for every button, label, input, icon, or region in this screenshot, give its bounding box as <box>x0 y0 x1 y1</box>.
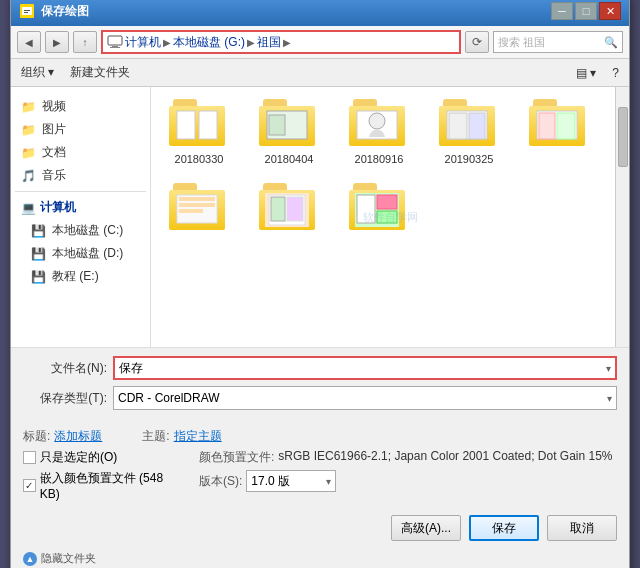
folder-item-1[interactable]: 20180404 <box>249 95 329 169</box>
video-icon: 📁 <box>21 100 36 114</box>
back-button[interactable]: ◀ <box>17 31 41 53</box>
version-dropdown-arrow[interactable]: ▾ <box>326 476 331 487</box>
folder-item-0[interactable]: 20180330 <box>159 95 239 169</box>
address-bar: ◀ ▶ ↑ 计算机 ▶ 本地磁盘 (G:) ▶ 祖国 ▶ <box>11 26 629 59</box>
only-selected-checkbox[interactable] <box>23 451 36 464</box>
version-label: 版本(S): <box>199 473 242 490</box>
title-bar-left: 保存绘图 <box>19 3 89 20</box>
save-button[interactable]: 保存 <box>469 515 539 541</box>
view-button[interactable]: ▤ ▾ <box>572 64 600 82</box>
folder-content-6 <box>265 193 309 227</box>
svg-rect-2 <box>24 10 30 11</box>
theme-row: 主题: 指定主题 <box>142 428 221 445</box>
main-area: 📁 视频 📁 图片 📁 文档 🎵 音乐 💻 计算机 💾 本 <box>11 87 629 347</box>
pictures-icon: 📁 <box>21 123 36 137</box>
folder-content-7 <box>355 193 399 227</box>
expand-icon[interactable]: ▲ <box>23 552 37 566</box>
folder-thumb-7 <box>349 183 409 235</box>
bc-folder[interactable]: 祖国 ▶ <box>257 34 291 51</box>
filetype-label: 保存类型(T): <box>23 390 113 407</box>
folder-thumb-2 <box>349 99 409 151</box>
sidebar-item-documents[interactable]: 📁 文档 <box>15 141 146 164</box>
filename-row: 文件名(N): 保存 ▾ <box>23 356 617 380</box>
minimize-button[interactable]: ─ <box>551 2 573 20</box>
advanced-button[interactable]: 高级(A)... <box>391 515 461 541</box>
sidebar-drive-c[interactable]: 💾 本地磁盘 (C:) <box>15 219 146 242</box>
filename-input[interactable]: 保存 ▾ <box>113 356 617 380</box>
hide-folders-label[interactable]: 隐藏文件夹 <box>41 551 96 566</box>
file-area-container: 20180330 20180404 <box>151 87 629 347</box>
file-area: 20180330 20180404 <box>151 87 615 347</box>
close-button[interactable]: ✕ <box>599 2 621 20</box>
folder-content-2 <box>355 109 399 143</box>
folder6-label: · <box>287 237 290 249</box>
folder-item-5[interactable]: · <box>159 179 239 253</box>
title-bar: 保存绘图 ─ □ ✕ <box>11 0 629 26</box>
svg-rect-17 <box>539 113 555 139</box>
svg-rect-10 <box>269 115 285 135</box>
svg-rect-28 <box>357 195 375 223</box>
folder-item-3[interactable]: 20190325 <box>429 95 509 169</box>
sidebar-item-pictures[interactable]: 📁 图片 <box>15 118 146 141</box>
svg-rect-6 <box>110 47 120 48</box>
title-buttons: ─ □ ✕ <box>551 2 621 20</box>
folder-item-4[interactable]: · <box>519 95 599 169</box>
embed-color-checkbox[interactable]: ✓ <box>23 479 36 492</box>
svg-rect-25 <box>271 197 285 221</box>
version-select[interactable]: 17.0 版 ▾ <box>246 470 336 492</box>
buttons-row: 高级(A)... 保存 取消 <box>11 509 629 547</box>
search-box[interactable]: 搜索 祖国 🔍 <box>493 31 623 53</box>
metadata-section: 标题: 添加标题 主题: 指定主题 只是选定的(O) ✓ 嵌入颜色预置文件 (5… <box>11 424 629 509</box>
svg-rect-30 <box>377 211 397 223</box>
folder-content-1 <box>265 109 309 143</box>
music-icon: 🎵 <box>21 169 36 183</box>
search-placeholder: 搜索 祖国 <box>498 35 600 50</box>
folder-thumb-5 <box>169 183 229 235</box>
filename-dropdown-arrow[interactable]: ▾ <box>606 363 611 374</box>
filetype-select[interactable]: CDR - CorelDRAW ▾ <box>113 386 617 410</box>
forward-button[interactable]: ▶ <box>45 31 69 53</box>
sidebar-drive-d[interactable]: 💾 本地磁盘 (D:) <box>15 242 146 265</box>
svg-rect-7 <box>177 111 195 139</box>
refresh-button[interactable]: ⟳ <box>465 31 489 53</box>
maximize-button[interactable]: □ <box>575 2 597 20</box>
breadcrumb[interactable]: 计算机 ▶ 本地磁盘 (G:) ▶ 祖国 ▶ <box>101 30 461 54</box>
new-folder-button[interactable]: 新建文件夹 <box>66 62 134 83</box>
bc-drive[interactable]: 本地磁盘 (G:) ▶ <box>173 34 255 51</box>
up-button[interactable]: ↑ <box>73 31 97 53</box>
sidebar: 📁 视频 📁 图片 📁 文档 🎵 音乐 💻 计算机 💾 本 <box>11 87 151 347</box>
folder-content-5 <box>175 193 219 227</box>
scroll-thumb[interactable] <box>618 107 628 167</box>
tag-value[interactable]: 添加标题 <box>54 428 102 445</box>
filetype-dropdown-arrow[interactable]: ▾ <box>607 393 612 404</box>
computer-icon <box>107 34 123 50</box>
folder-item-6[interactable]: · <box>249 179 329 253</box>
footer-row: ▲ 隐藏文件夹 <box>11 547 629 568</box>
sidebar-computer[interactable]: 💻 计算机 <box>15 196 146 219</box>
dialog-icon <box>19 3 35 19</box>
bc-computer[interactable]: 计算机 ▶ <box>125 34 171 51</box>
folder-thumb-6 <box>259 183 319 235</box>
help-button[interactable]: ? <box>608 64 623 82</box>
color-preset-value: sRGB IEC61966-2.1; Japan Color 2001 Coat… <box>278 449 612 463</box>
theme-label: 主题: <box>142 428 169 445</box>
scrollbar[interactable] <box>615 87 629 347</box>
folder-content-4 <box>535 109 579 143</box>
folder-content-0 <box>175 109 219 143</box>
color-info-col: 颜色预置文件: sRGB IEC61966-2.1; Japan Color 2… <box>199 449 617 505</box>
folder-item-7[interactable]: · <box>339 179 419 253</box>
drive-e-icon: 💾 <box>31 270 46 284</box>
cancel-button[interactable]: 取消 <box>547 515 617 541</box>
sidebar-drive-e[interactable]: 💾 教程 (E:) <box>15 265 146 288</box>
color-preset-row: 颜色预置文件: sRGB IEC61966-2.1; Japan Color 2… <box>199 449 617 466</box>
sidebar-item-video[interactable]: 📁 视频 <box>15 95 146 118</box>
svg-rect-3 <box>24 12 28 13</box>
svg-rect-15 <box>469 113 485 139</box>
folder-item-2[interactable]: 20180916 <box>339 95 419 169</box>
theme-value[interactable]: 指定主题 <box>174 428 222 445</box>
organize-button[interactable]: 组织 ▾ <box>17 62 58 83</box>
search-icon[interactable]: 🔍 <box>604 36 618 49</box>
svg-rect-22 <box>179 209 203 213</box>
folder-thumb-1 <box>259 99 319 151</box>
sidebar-item-music[interactable]: 🎵 音乐 <box>15 164 146 187</box>
